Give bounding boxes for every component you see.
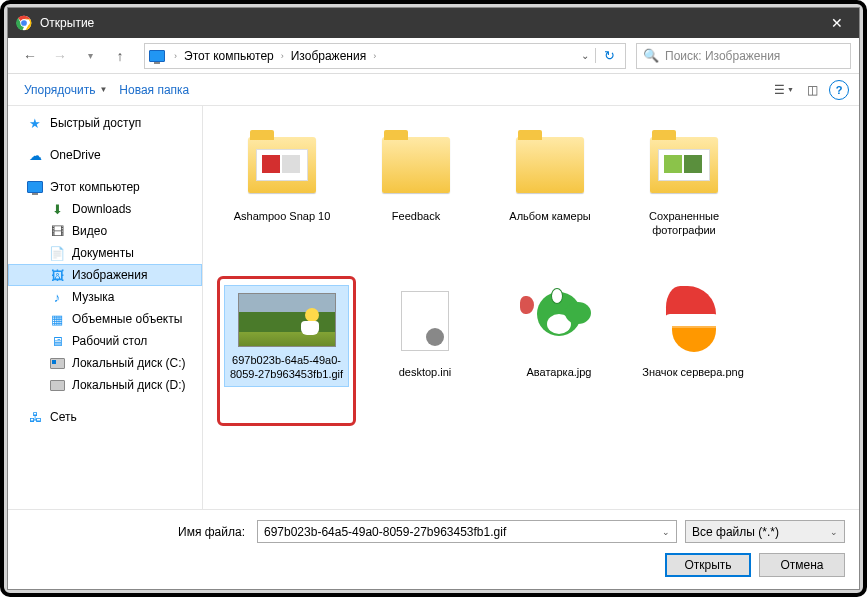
chevron-right-icon[interactable]: › (368, 51, 381, 61)
file-label: 697b023b-64a5-49a0-8059-27b963453fb1.gif (227, 354, 346, 382)
music-icon: ♪ (48, 289, 66, 305)
desktop-icon: 🖥 (48, 333, 66, 349)
file-label: desktop.ini (399, 366, 452, 380)
chevron-right-icon[interactable]: › (276, 51, 289, 61)
file-item-selected[interactable]: 697b023b-64a5-49a0-8059-27b963453fb1.gif (217, 276, 356, 426)
sidebar-pictures[interactable]: 🖼Изображения (8, 264, 202, 286)
search-input[interactable]: 🔍 Поиск: Изображения (636, 43, 851, 69)
filename-input[interactable]: 697b023b-64a5-49a0-8059-27b963453fb1.gif… (257, 520, 677, 543)
star-icon: ★ (26, 115, 44, 131)
preview-pane-button[interactable]: ◫ (801, 79, 823, 101)
cancel-button[interactable]: Отмена (759, 553, 845, 577)
sidebar-onedrive[interactable]: ☁OneDrive (8, 144, 202, 166)
ini-icon (401, 291, 449, 351)
refresh-button[interactable]: ↻ (595, 48, 623, 63)
file-label: Ashampoo Snap 10 (234, 210, 331, 224)
file-type-filter[interactable]: Все файлы (*.*) ⌄ (685, 520, 845, 543)
breadcrumb[interactable]: › Этот компьютер › Изображения › ⌄ ↻ (144, 43, 626, 69)
folder-item[interactable]: Feedback (351, 120, 481, 270)
search-icon: 🔍 (643, 48, 659, 63)
sidebar-network[interactable]: 🖧Сеть (8, 406, 202, 428)
new-folder-button[interactable]: Новая папка (113, 79, 195, 101)
download-icon: ⬇ (48, 201, 66, 217)
file-item[interactable]: Аватарка.jpg (494, 276, 624, 426)
image-thumbnail (658, 286, 728, 356)
sidebar-documents[interactable]: 📄Документы (8, 242, 202, 264)
video-icon: 🎞 (48, 223, 66, 239)
breadcrumb-dropdown[interactable]: ⌄ (575, 50, 595, 61)
disk-icon (48, 377, 66, 393)
cloud-icon: ☁ (26, 147, 44, 163)
sidebar-quick-access[interactable]: ★Быстрый доступ (8, 112, 202, 134)
file-label: Feedback (392, 210, 440, 224)
file-label: Альбом камеры (509, 210, 590, 224)
help-button[interactable]: ? (829, 80, 849, 100)
sidebar-this-pc[interactable]: Этот компьютер (8, 176, 202, 198)
dialog-title: Открытие (40, 16, 814, 30)
chevron-down-icon[interactable]: ⌄ (662, 527, 670, 537)
filename-label: Имя файла: (178, 525, 245, 539)
filter-value: Все файлы (*.*) (692, 525, 779, 539)
file-open-dialog: Открытие ✕ ← → ▾ ↑ › Этот компьютер › Из… (7, 7, 860, 590)
forward-button[interactable]: → (46, 42, 74, 70)
file-item[interactable]: desktop.ini (360, 276, 490, 426)
disk-icon (48, 355, 66, 371)
image-thumbnail (524, 286, 594, 356)
sidebar-music[interactable]: ♪Музыка (8, 286, 202, 308)
folder-item[interactable]: Ashampoo Snap 10 (217, 120, 347, 270)
file-label: Сохраненные фотографии (624, 210, 744, 238)
chrome-icon (16, 15, 32, 31)
toolbar: Упорядочить▼ Новая папка ☰▼ ◫ ? (8, 74, 859, 106)
sidebar-3d-objects[interactable]: ▦Объемные объекты (8, 308, 202, 330)
main-area: ★Быстрый доступ ☁OneDrive Этот компьютер… (8, 106, 859, 509)
view-options-button[interactable]: ☰▼ (773, 79, 795, 101)
open-button[interactable]: Открыть (665, 553, 751, 577)
history-dropdown[interactable]: ▾ (76, 42, 104, 70)
folder-item[interactable]: Сохраненные фотографии (619, 120, 749, 270)
document-icon: 📄 (48, 245, 66, 261)
file-label: Аватарка.jpg (527, 366, 592, 380)
chevron-down-icon[interactable]: ⌄ (830, 527, 838, 537)
sidebar-desktop[interactable]: 🖥Рабочий стол (8, 330, 202, 352)
network-icon: 🖧 (26, 409, 44, 425)
file-label: Значок сервера.png (642, 366, 744, 380)
sidebar-videos[interactable]: 🎞Видео (8, 220, 202, 242)
file-item[interactable]: Значок сервера.png (628, 276, 758, 426)
organize-button[interactable]: Упорядочить▼ (18, 79, 113, 101)
breadcrumb-segment[interactable]: Изображения (289, 49, 368, 63)
pc-icon (147, 50, 167, 62)
close-button[interactable]: ✕ (814, 8, 859, 38)
up-button[interactable]: ↑ (106, 42, 134, 70)
back-button[interactable]: ← (16, 42, 44, 70)
file-list[interactable]: Ashampoo Snap 10 Feedback Альбом камеры … (203, 106, 859, 509)
filename-value: 697b023b-64a5-49a0-8059-27b963453fb1.gif (264, 525, 506, 539)
picture-icon: 🖼 (48, 267, 66, 283)
gif-thumbnail (238, 293, 336, 347)
sidebar-downloads[interactable]: ⬇Downloads (8, 198, 202, 220)
nav-bar: ← → ▾ ↑ › Этот компьютер › Изображения ›… (8, 38, 859, 74)
sidebar: ★Быстрый доступ ☁OneDrive Этот компьютер… (8, 106, 203, 509)
search-placeholder: Поиск: Изображения (665, 49, 780, 63)
pc-icon (26, 179, 44, 195)
svg-point-2 (21, 20, 27, 26)
cube-icon: ▦ (48, 311, 66, 327)
chevron-right-icon[interactable]: › (169, 51, 182, 61)
sidebar-disk-c[interactable]: Локальный диск (C:) (8, 352, 202, 374)
breadcrumb-segment[interactable]: Этот компьютер (182, 49, 276, 63)
footer: Имя файла: 697b023b-64a5-49a0-8059-27b96… (8, 509, 859, 589)
sidebar-disk-d[interactable]: Локальный диск (D:) (8, 374, 202, 396)
titlebar: Открытие ✕ (8, 8, 859, 38)
folder-item[interactable]: Альбом камеры (485, 120, 615, 270)
